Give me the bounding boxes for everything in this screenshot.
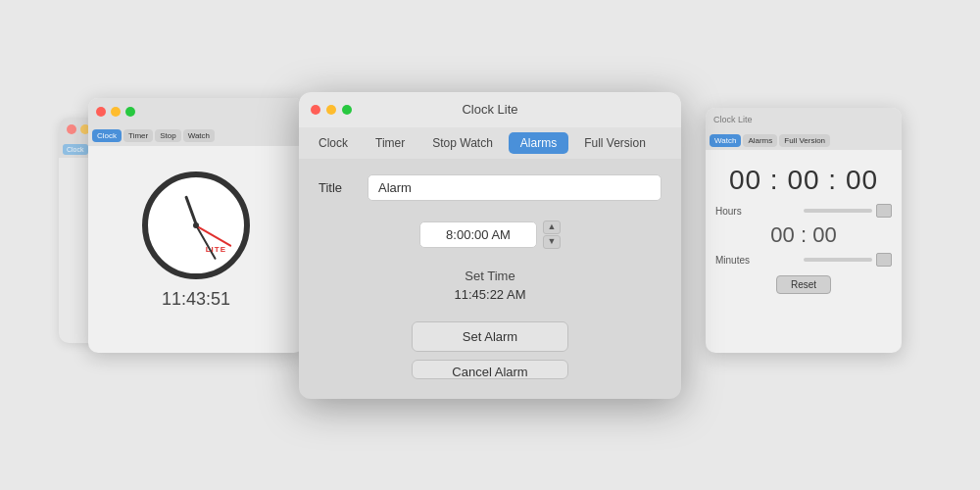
hour-hand (184, 195, 198, 225)
title-label: Title (318, 180, 368, 195)
right-tab-watch: Watch (710, 134, 741, 147)
right-tab-alarms: Alarms (743, 134, 777, 147)
tab-fullversion[interactable]: Full Version (572, 132, 658, 154)
minutes-row: Minutes (706, 250, 902, 270)
left-bg-titlebar (88, 98, 304, 125)
left-tab-timer: Timer (123, 129, 153, 142)
main-content: Title 8:00:00 AM ▲ ▼ Set Time 11:45:22 A… (299, 159, 681, 399)
time-stepper: ▲ ▼ (543, 220, 561, 249)
left-close-dot (96, 107, 106, 117)
clock-time-display: 11:43:51 (162, 289, 230, 310)
time-decrement-btn[interactable]: ▼ (543, 235, 561, 249)
current-time-display: 11:45:22 AM (318, 287, 662, 302)
maximize-button[interactable] (342, 105, 352, 115)
tab-stopwatch[interactable]: Stop Watch (420, 132, 505, 154)
time-increment-btn[interactable]: ▲ (543, 220, 561, 234)
window-title: Clock Lite (462, 102, 517, 117)
background-stopwatch-window: Clock Lite Watch Alarms Full Version 00 … (706, 108, 902, 353)
minutes-stepper (876, 253, 892, 267)
title-input[interactable] (368, 174, 662, 201)
minutes-display: 00 : 00 (706, 220, 902, 250)
left-tab-clock: Clock (92, 129, 122, 142)
main-window: Clock Lite Clock Timer Stop Watch Alarms… (299, 92, 681, 399)
time-input-display[interactable]: 8:00:00 AM (419, 221, 537, 248)
close-button[interactable] (311, 105, 320, 115)
tab-alarms[interactable]: Alarms (509, 132, 568, 154)
hours-label: Hours (715, 206, 804, 217)
tabs-bar: Clock Timer Stop Watch Alarms Full Versi… (299, 127, 681, 159)
hours-row: Hours (706, 201, 902, 220)
left-max-dot (125, 107, 135, 117)
left-bg-tabs: Clock Timer Stop Watch (88, 125, 304, 146)
action-buttons: Set Alarm Cancel Alarm (318, 321, 662, 379)
far-tab-clock: Clock (63, 144, 88, 155)
clock-lite-label: LITE (206, 245, 226, 254)
title-row: Title (318, 174, 662, 201)
left-tab-stop: Stop (155, 129, 180, 142)
time-picker-row: 8:00:00 AM ▲ ▼ (318, 220, 662, 249)
minutes-label: Minutes (715, 255, 804, 266)
traffic-lights (311, 105, 352, 115)
hours-slider (804, 209, 872, 213)
hours-stepper (876, 204, 892, 218)
tab-clock[interactable]: Clock (307, 132, 360, 154)
left-min-dot (111, 107, 121, 117)
clock-face: LITE (142, 172, 250, 279)
right-bg-title: Clock Lite (713, 115, 753, 124)
left-tab-watch: Watch (183, 129, 215, 142)
cancel-alarm-button[interactable]: Cancel Alarm (412, 360, 568, 379)
minutes-slider (804, 258, 872, 262)
far-close-dot (67, 124, 76, 134)
right-bg-titlebar: Clock Lite (706, 108, 902, 131)
reset-button[interactable]: Reset (776, 275, 831, 294)
set-time-section: Set Time 11:45:22 AM (318, 269, 662, 302)
set-alarm-button[interactable]: Set Alarm (412, 321, 568, 352)
right-bg-tabs: Watch Alarms Full Version (706, 131, 902, 150)
background-clock-window: Clock Timer Stop Watch LITE 11:43:51 (88, 98, 304, 353)
set-time-label: Set Time (318, 269, 662, 283)
titlebar: Clock Lite (299, 92, 681, 127)
stopwatch-display: 00 : 00 : 00 (706, 150, 902, 201)
clock-center-dot (193, 222, 199, 228)
minimize-button[interactable] (326, 105, 336, 115)
tab-timer[interactable]: Timer (364, 132, 416, 154)
right-tab-full: Full Version (779, 134, 830, 147)
stopwatch-time: 00 : 00 : 00 (715, 165, 892, 196)
